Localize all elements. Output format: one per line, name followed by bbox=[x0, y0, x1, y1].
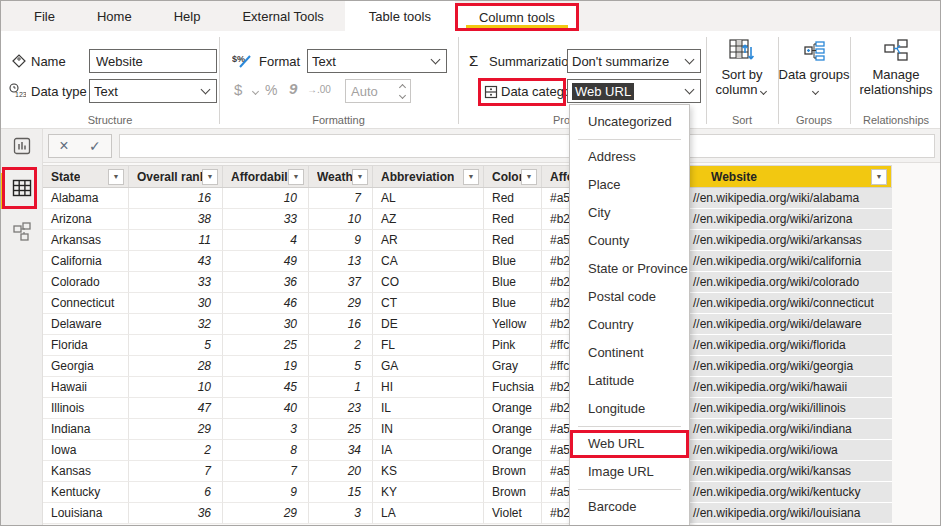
menu-item-image-url[interactable]: Image URL bbox=[570, 458, 689, 486]
menu-item-uncategorized[interactable]: Uncategorized bbox=[570, 108, 689, 136]
cell-overall-rank[interactable]: 6 bbox=[129, 482, 223, 503]
column-name-input[interactable] bbox=[89, 49, 217, 73]
cell-abbreviation[interactable]: CT bbox=[373, 293, 484, 314]
menu-item-postal-code[interactable]: Postal code bbox=[570, 283, 689, 311]
cell-abbreviation[interactable]: CO bbox=[373, 272, 484, 293]
cell-affordability[interactable]: 46 bbox=[223, 293, 309, 314]
cell-overall-rank[interactable]: 36 bbox=[129, 503, 223, 524]
cell-weather[interactable]: 1 bbox=[309, 377, 373, 398]
cell-state[interactable]: Colorado bbox=[43, 272, 129, 293]
cell-weather[interactable]: 10 bbox=[309, 209, 373, 230]
cell-weather[interactable]: 20 bbox=[309, 461, 373, 482]
column-filter-button[interactable]: ▼ bbox=[108, 169, 124, 185]
column-header-overall-rank[interactable]: Overall rank▼ bbox=[129, 166, 223, 187]
menu-item-county[interactable]: County bbox=[570, 227, 689, 255]
column-filter-button[interactable]: ▼ bbox=[202, 169, 218, 185]
cell-abbreviation[interactable]: AZ bbox=[373, 209, 484, 230]
menu-tab-file[interactable]: File bbox=[13, 1, 76, 31]
cell-state[interactable]: Alabama bbox=[43, 188, 129, 209]
cell-overall-rank[interactable]: 16 bbox=[129, 188, 223, 209]
cell-affordability[interactable]: 19 bbox=[223, 356, 309, 377]
cell-abbreviation[interactable]: CA bbox=[373, 251, 484, 272]
cell-overall-rank[interactable]: 2 bbox=[129, 440, 223, 461]
menu-tab-external-tools[interactable]: External Tools bbox=[221, 1, 344, 31]
cell-state[interactable]: Kansas bbox=[43, 461, 129, 482]
cell-state[interactable]: Iowa bbox=[43, 440, 129, 461]
menu-item-continent[interactable]: Continent bbox=[570, 339, 689, 367]
cell-color[interactable]: Orange bbox=[484, 419, 542, 440]
menu-item-latitude[interactable]: Latitude bbox=[570, 367, 689, 395]
cell-affordability[interactable]: 7 bbox=[223, 461, 309, 482]
column-filter-button[interactable]: ▼ bbox=[871, 169, 887, 185]
cell-affordability[interactable]: 29 bbox=[223, 503, 309, 524]
menu-item-city[interactable]: City bbox=[570, 199, 689, 227]
menu-item-country[interactable]: Country bbox=[570, 311, 689, 339]
thousands-separator-icon[interactable]: 9 bbox=[289, 80, 297, 97]
cell-abbreviation[interactable]: DE bbox=[373, 314, 484, 335]
model-view-icon[interactable] bbox=[11, 221, 33, 243]
formula-input[interactable] bbox=[119, 134, 935, 158]
cell-overall-rank[interactable]: 10 bbox=[129, 377, 223, 398]
cell-overall-rank[interactable]: 29 bbox=[129, 419, 223, 440]
cell-color[interactable]: Red bbox=[484, 209, 542, 230]
cell-abbreviation[interactable]: IA bbox=[373, 440, 484, 461]
cell-color[interactable]: Brown bbox=[484, 482, 542, 503]
column-filter-button[interactable]: ▼ bbox=[288, 169, 304, 185]
cell-affordability[interactable]: 40 bbox=[223, 398, 309, 419]
cell-overall-rank[interactable]: 33 bbox=[129, 272, 223, 293]
summarization-select[interactable]: Don't summarize bbox=[567, 49, 701, 73]
cell-affordability[interactable]: 45 bbox=[223, 377, 309, 398]
cell-overall-rank[interactable]: 28 bbox=[129, 356, 223, 377]
cell-affordability[interactable]: 8 bbox=[223, 440, 309, 461]
menu-item-web-url[interactable]: Web URL bbox=[570, 430, 689, 458]
cell-weather[interactable]: 34 bbox=[309, 440, 373, 461]
cell-color[interactable]: Gray bbox=[484, 356, 542, 377]
cell-abbreviation[interactable]: IN bbox=[373, 419, 484, 440]
cell-weather[interactable]: 7 bbox=[309, 188, 373, 209]
decimal-auto-spinner[interactable]: Auto bbox=[345, 79, 411, 103]
cell-weather[interactable]: 16 bbox=[309, 314, 373, 335]
menu-item-barcode[interactable]: Barcode bbox=[570, 493, 689, 521]
report-view-icon[interactable] bbox=[11, 135, 33, 157]
cell-color[interactable]: Brown bbox=[484, 461, 542, 482]
cell-state[interactable]: Connecticut bbox=[43, 293, 129, 314]
cell-weather[interactable]: 25 bbox=[309, 419, 373, 440]
cell-weather[interactable]: 23 bbox=[309, 398, 373, 419]
cell-affordability[interactable]: 36 bbox=[223, 272, 309, 293]
column-filter-button[interactable]: ▼ bbox=[463, 169, 479, 185]
cell-abbreviation[interactable]: HI bbox=[373, 377, 484, 398]
data-groups-button[interactable]: Data groups bbox=[778, 39, 850, 97]
cell-affordability[interactable]: 4 bbox=[223, 230, 309, 251]
commit-icon[interactable]: ✓ bbox=[89, 139, 101, 153]
cell-overall-rank[interactable]: 47 bbox=[129, 398, 223, 419]
cell-overall-rank[interactable]: 30 bbox=[129, 293, 223, 314]
cell-color[interactable]: Violet bbox=[484, 503, 542, 524]
cell-weather[interactable]: 2 bbox=[309, 335, 373, 356]
cell-state[interactable]: Florida bbox=[43, 335, 129, 356]
format-select[interactable]: Text bbox=[307, 49, 447, 73]
menu-tab-help[interactable]: Help bbox=[153, 1, 222, 31]
cell-state[interactable]: Louisiana bbox=[43, 503, 129, 524]
data-type-select[interactable]: Text bbox=[89, 79, 217, 103]
column-header-weather[interactable]: Weather▼ bbox=[309, 166, 373, 187]
cell-state[interactable]: Georgia bbox=[43, 356, 129, 377]
menu-item-state-or-province[interactable]: State or Province bbox=[570, 255, 689, 283]
cell-overall-rank[interactable]: 43 bbox=[129, 251, 223, 272]
cell-state[interactable]: Hawaii bbox=[43, 377, 129, 398]
sort-by-column-button[interactable]: Sort by column bbox=[706, 39, 778, 97]
cell-color[interactable]: Orange bbox=[484, 398, 542, 419]
cell-color[interactable]: Blue bbox=[484, 293, 542, 314]
menu-item-longitude[interactable]: Longitude bbox=[570, 395, 689, 423]
cancel-icon[interactable]: × bbox=[59, 138, 68, 154]
cell-color[interactable]: Pink bbox=[484, 335, 542, 356]
cell-state[interactable]: Indiana bbox=[43, 419, 129, 440]
column-header-state[interactable]: State▼ bbox=[43, 166, 129, 187]
cell-abbreviation[interactable]: AR bbox=[373, 230, 484, 251]
cell-weather[interactable]: 15 bbox=[309, 482, 373, 503]
cell-affordability[interactable]: 3 bbox=[223, 419, 309, 440]
cell-abbreviation[interactable]: AL bbox=[373, 188, 484, 209]
cell-affordability[interactable]: 9 bbox=[223, 482, 309, 503]
cell-affordability[interactable]: 33 bbox=[223, 209, 309, 230]
column-header-abbreviation[interactable]: Abbreviation▼ bbox=[373, 166, 484, 187]
cell-color[interactable]: Blue bbox=[484, 251, 542, 272]
